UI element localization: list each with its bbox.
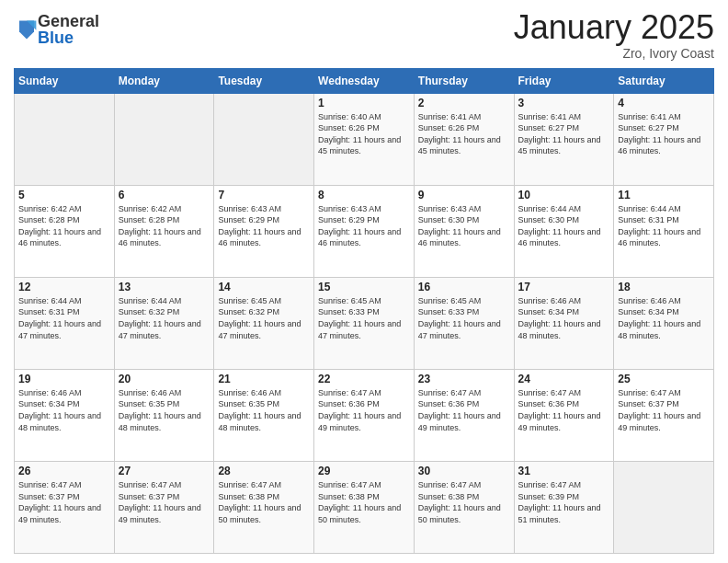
- day-info: Sunrise: 6:41 AM Sunset: 6:27 PM Dayligh…: [518, 111, 610, 157]
- day-info: Sunrise: 6:47 AM Sunset: 6:36 PM Dayligh…: [318, 387, 410, 433]
- day-info: Sunrise: 6:44 AM Sunset: 6:31 PM Dayligh…: [18, 295, 110, 341]
- day-number: 1: [318, 97, 410, 109]
- day-info: Sunrise: 6:42 AM Sunset: 6:28 PM Dayligh…: [119, 203, 210, 249]
- day-number: 28: [218, 465, 310, 477]
- calendar-cell: 3Sunrise: 6:41 AM Sunset: 6:27 PM Daylig…: [514, 93, 614, 185]
- day-info: Sunrise: 6:44 AM Sunset: 6:32 PM Dayligh…: [119, 295, 210, 341]
- calendar-cell: 11Sunrise: 6:44 AM Sunset: 6:31 PM Dayli…: [614, 185, 714, 277]
- calendar-cell: 7Sunrise: 6:43 AM Sunset: 6:29 PM Daylig…: [214, 185, 314, 277]
- calendar-cell: 29Sunrise: 6:47 AM Sunset: 6:38 PM Dayli…: [314, 461, 415, 553]
- calendar-cell: 23Sunrise: 6:47 AM Sunset: 6:36 PM Dayli…: [414, 369, 514, 461]
- day-info: Sunrise: 6:43 AM Sunset: 6:29 PM Dayligh…: [218, 203, 310, 249]
- week-row-3: 12Sunrise: 6:44 AM Sunset: 6:31 PM Dayli…: [15, 277, 714, 369]
- title-area: January 2025 Zro, Ivory Coast: [514, 9, 714, 61]
- day-number: 12: [18, 281, 110, 293]
- day-info: Sunrise: 6:43 AM Sunset: 6:30 PM Dayligh…: [418, 203, 510, 249]
- day-number: 31: [518, 465, 610, 477]
- day-number: 30: [418, 465, 510, 477]
- day-info: Sunrise: 6:44 AM Sunset: 6:31 PM Dayligh…: [618, 203, 710, 249]
- calendar-cell: 13Sunrise: 6:44 AM Sunset: 6:32 PM Dayli…: [114, 277, 214, 369]
- logo-blue: Blue: [38, 29, 99, 46]
- day-number: 14: [218, 281, 310, 293]
- day-number: 22: [318, 373, 410, 385]
- weekday-header-monday: Monday: [114, 68, 214, 93]
- day-number: 6: [119, 189, 210, 201]
- logo: General Blue: [14, 13, 99, 46]
- calendar-cell: 17Sunrise: 6:46 AM Sunset: 6:34 PM Dayli…: [514, 277, 614, 369]
- location: Zro, Ivory Coast: [514, 46, 714, 61]
- day-info: Sunrise: 6:46 AM Sunset: 6:34 PM Dayligh…: [18, 387, 110, 433]
- calendar-cell: 26Sunrise: 6:47 AM Sunset: 6:37 PM Dayli…: [15, 461, 115, 553]
- calendar-cell: 2Sunrise: 6:41 AM Sunset: 6:26 PM Daylig…: [414, 93, 514, 185]
- calendar-cell: [214, 93, 314, 185]
- calendar-cell: 10Sunrise: 6:44 AM Sunset: 6:30 PM Dayli…: [514, 185, 614, 277]
- day-info: Sunrise: 6:47 AM Sunset: 6:38 PM Dayligh…: [318, 479, 410, 525]
- day-number: 10: [518, 189, 610, 201]
- calendar-cell: 1Sunrise: 6:40 AM Sunset: 6:26 PM Daylig…: [314, 93, 415, 185]
- page: General Blue January 2025 Zro, Ivory Coa…: [0, 0, 728, 563]
- day-info: Sunrise: 6:45 AM Sunset: 6:32 PM Dayligh…: [218, 295, 310, 341]
- day-number: 21: [218, 373, 310, 385]
- week-row-5: 26Sunrise: 6:47 AM Sunset: 6:37 PM Dayli…: [15, 461, 714, 553]
- day-number: 8: [318, 189, 410, 201]
- day-info: Sunrise: 6:47 AM Sunset: 6:36 PM Dayligh…: [418, 387, 510, 433]
- day-info: Sunrise: 6:41 AM Sunset: 6:26 PM Dayligh…: [418, 111, 510, 157]
- calendar-cell: 22Sunrise: 6:47 AM Sunset: 6:36 PM Dayli…: [314, 369, 415, 461]
- day-info: Sunrise: 6:47 AM Sunset: 6:36 PM Dayligh…: [518, 387, 610, 433]
- day-number: 16: [418, 281, 510, 293]
- logo-general: General: [38, 13, 99, 29]
- day-info: Sunrise: 6:40 AM Sunset: 6:26 PM Dayligh…: [318, 111, 410, 157]
- calendar-cell: 31Sunrise: 6:47 AM Sunset: 6:39 PM Dayli…: [514, 461, 614, 553]
- day-info: Sunrise: 6:42 AM Sunset: 6:28 PM Dayligh…: [18, 203, 110, 249]
- calendar-cell: 4Sunrise: 6:41 AM Sunset: 6:27 PM Daylig…: [614, 93, 714, 185]
- weekday-header-saturday: Saturday: [614, 68, 714, 93]
- calendar-cell: 15Sunrise: 6:45 AM Sunset: 6:33 PM Dayli…: [314, 277, 415, 369]
- day-number: 18: [618, 281, 710, 293]
- day-info: Sunrise: 6:46 AM Sunset: 6:34 PM Dayligh…: [518, 295, 610, 341]
- calendar-cell: 6Sunrise: 6:42 AM Sunset: 6:28 PM Daylig…: [114, 185, 214, 277]
- calendar-cell: 16Sunrise: 6:45 AM Sunset: 6:33 PM Dayli…: [414, 277, 514, 369]
- calendar-cell: 27Sunrise: 6:47 AM Sunset: 6:37 PM Dayli…: [114, 461, 214, 553]
- day-number: 19: [18, 373, 110, 385]
- day-number: 20: [119, 373, 210, 385]
- day-info: Sunrise: 6:45 AM Sunset: 6:33 PM Dayligh…: [418, 295, 510, 341]
- calendar-table: SundayMondayTuesdayWednesdayThursdayFrid…: [14, 68, 714, 554]
- day-number: 26: [18, 465, 110, 477]
- day-info: Sunrise: 6:47 AM Sunset: 6:37 PM Dayligh…: [618, 387, 710, 433]
- calendar-cell: [114, 93, 214, 185]
- weekday-header-row: SundayMondayTuesdayWednesdayThursdayFrid…: [15, 68, 714, 93]
- day-number: 13: [119, 281, 210, 293]
- day-number: 5: [18, 189, 110, 201]
- day-number: 15: [318, 281, 410, 293]
- day-number: 23: [418, 373, 510, 385]
- calendar-cell: [15, 93, 115, 185]
- calendar-cell: 18Sunrise: 6:46 AM Sunset: 6:34 PM Dayli…: [614, 277, 714, 369]
- day-number: 2: [418, 97, 510, 109]
- day-info: Sunrise: 6:47 AM Sunset: 6:37 PM Dayligh…: [18, 479, 110, 525]
- logo-text: General Blue: [38, 13, 99, 46]
- day-info: Sunrise: 6:46 AM Sunset: 6:35 PM Dayligh…: [119, 387, 210, 433]
- calendar-cell: 28Sunrise: 6:47 AM Sunset: 6:38 PM Dayli…: [214, 461, 314, 553]
- weekday-header-thursday: Thursday: [414, 68, 514, 93]
- calendar-cell: 21Sunrise: 6:46 AM Sunset: 6:35 PM Dayli…: [214, 369, 314, 461]
- day-number: 11: [618, 189, 710, 201]
- day-number: 3: [518, 97, 610, 109]
- day-info: Sunrise: 6:47 AM Sunset: 6:37 PM Dayligh…: [119, 479, 210, 525]
- calendar-cell: 30Sunrise: 6:47 AM Sunset: 6:38 PM Dayli…: [414, 461, 514, 553]
- calendar-cell: 20Sunrise: 6:46 AM Sunset: 6:35 PM Dayli…: [114, 369, 214, 461]
- calendar-cell: 9Sunrise: 6:43 AM Sunset: 6:30 PM Daylig…: [414, 185, 514, 277]
- day-info: Sunrise: 6:41 AM Sunset: 6:27 PM Dayligh…: [618, 111, 710, 157]
- day-number: 17: [518, 281, 610, 293]
- day-info: Sunrise: 6:43 AM Sunset: 6:29 PM Dayligh…: [318, 203, 410, 249]
- day-info: Sunrise: 6:46 AM Sunset: 6:35 PM Dayligh…: [218, 387, 310, 433]
- day-info: Sunrise: 6:47 AM Sunset: 6:39 PM Dayligh…: [518, 479, 610, 525]
- calendar-cell: 19Sunrise: 6:46 AM Sunset: 6:34 PM Dayli…: [15, 369, 115, 461]
- logo-icon: [16, 17, 38, 42]
- weekday-header-tuesday: Tuesday: [214, 68, 314, 93]
- calendar-cell: 5Sunrise: 6:42 AM Sunset: 6:28 PM Daylig…: [15, 185, 115, 277]
- day-number: 27: [119, 465, 210, 477]
- day-number: 24: [518, 373, 610, 385]
- weekday-header-sunday: Sunday: [15, 68, 115, 93]
- header: General Blue January 2025 Zro, Ivory Coa…: [14, 9, 714, 61]
- calendar-cell: [614, 461, 714, 553]
